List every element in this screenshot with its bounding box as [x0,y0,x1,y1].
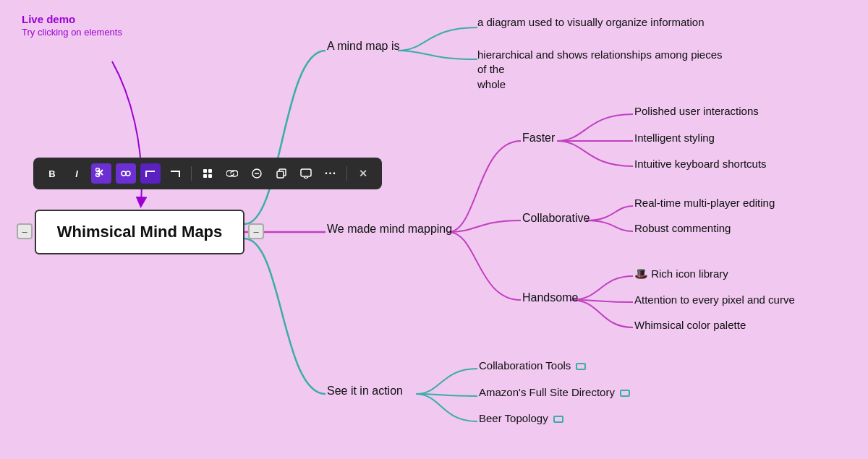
svg-rect-7 [203,174,207,178]
leaf-hierarchical[interactable]: hierarchical and shows relationships amo… [477,48,723,92]
minus-button[interactable] [247,163,267,184]
leaf-intelligent[interactable]: Intelligent styling [634,132,715,144]
leaf-diagram[interactable]: a diagram used to visually organize info… [477,16,705,28]
leaf-collab-tools[interactable]: Collaboration Tools [479,359,586,372]
central-node[interactable]: Whimsical Mind Maps [35,210,244,254]
collapse-right-button[interactable]: – [248,223,264,239]
branch-a-mind-map-is[interactable]: A mind map is [327,40,399,53]
leaf-icon-library[interactable]: 🎩 Rich icon library [634,267,728,280]
leaf-pixel[interactable]: Attention to every pixel and curve [634,293,795,306]
svg-rect-11 [277,171,284,178]
collapse-left-button[interactable]: – [17,223,33,239]
leaf-color-palette[interactable]: Whimsical color palette [634,319,746,331]
leaf-polished[interactable]: Polished user interactions [634,105,759,117]
elbow-button[interactable] [140,163,161,184]
leaf-realtime[interactable]: Real-time multi-player editing [634,197,775,209]
branch-see-it[interactable]: See it in action [327,385,403,398]
toolbar-divider-1 [191,166,192,181]
svg-rect-6 [208,169,212,173]
leaf-beer-topology[interactable]: Beer Topology [479,412,563,424]
node-link-button[interactable] [116,163,136,184]
leaf-amazon[interactable]: Amazon's Full Site Directory [479,386,630,398]
svg-point-2 [122,171,126,176]
live-demo-title: Live demo [22,13,122,25]
cut-button[interactable] [91,163,111,184]
comment-button[interactable] [296,163,316,184]
branch-handsome[interactable]: Handsome [522,291,578,304]
svg-rect-5 [203,169,207,173]
svg-rect-8 [208,174,212,178]
italic-button[interactable]: I [67,163,87,184]
branch-faster[interactable]: Faster [522,132,555,145]
copy-button[interactable] [271,163,292,184]
bold-button[interactable]: B [42,163,62,184]
branch-collaborative[interactable]: Collaborative [522,212,590,225]
leaf-commenting[interactable]: Robust commenting [634,222,731,234]
central-node-text: Whimsical Mind Maps [57,223,223,241]
formatting-toolbar: B I [33,158,382,189]
svg-rect-12 [301,169,311,176]
toolbar-divider-2 [346,166,347,181]
elbow2-button[interactable] [165,163,185,184]
leaf-intuitive[interactable]: Intuitive keyboard shortcuts [634,158,767,170]
live-demo-section: Live demo Try clicking on elements [22,13,122,38]
live-demo-subtitle: Try clicking on elements [22,27,122,38]
branch-we-made[interactable]: We made mind mapping [327,223,452,236]
link-button[interactable] [222,163,242,184]
svg-point-3 [126,171,130,176]
close-toolbar-button[interactable]: ✕ [353,163,373,184]
grid-button[interactable] [197,163,218,184]
more-button[interactable]: ··· [320,163,341,184]
